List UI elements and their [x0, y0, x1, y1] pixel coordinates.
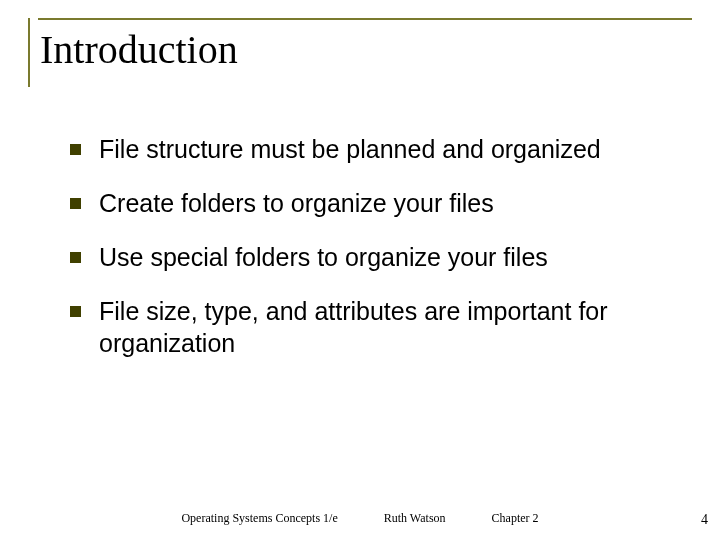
footer-center: Ruth Watson [384, 511, 446, 526]
list-item: File size, type, and attributes are impo… [70, 295, 672, 359]
list-item: Create folders to organize your files [70, 187, 672, 219]
square-bullet-icon [70, 252, 81, 263]
square-bullet-icon [70, 306, 81, 317]
list-item-text: Use special folders to organize your fil… [99, 241, 548, 273]
list-item: Use special folders to organize your fil… [70, 241, 672, 273]
content-area: File structure must be planned and organ… [28, 87, 692, 359]
list-item-text: Create folders to organize your files [99, 187, 494, 219]
slide-title: Introduction [38, 20, 692, 87]
list-item: File structure must be planned and organ… [70, 133, 672, 165]
page-number: 4 [701, 512, 708, 528]
list-item-text: File structure must be planned and organ… [99, 133, 601, 165]
footer-right: Chapter 2 [492, 511, 539, 526]
footer-left: Operating Systems Concepts 1/e [181, 511, 337, 526]
slide: Introduction File structure must be plan… [0, 0, 720, 540]
square-bullet-icon [70, 198, 81, 209]
list-item-text: File size, type, and attributes are impo… [99, 295, 672, 359]
footer: Operating Systems Concepts 1/e Ruth Wats… [0, 511, 720, 526]
bullet-list: File structure must be planned and organ… [70, 133, 672, 359]
square-bullet-icon [70, 144, 81, 155]
title-block: Introduction [28, 18, 692, 87]
